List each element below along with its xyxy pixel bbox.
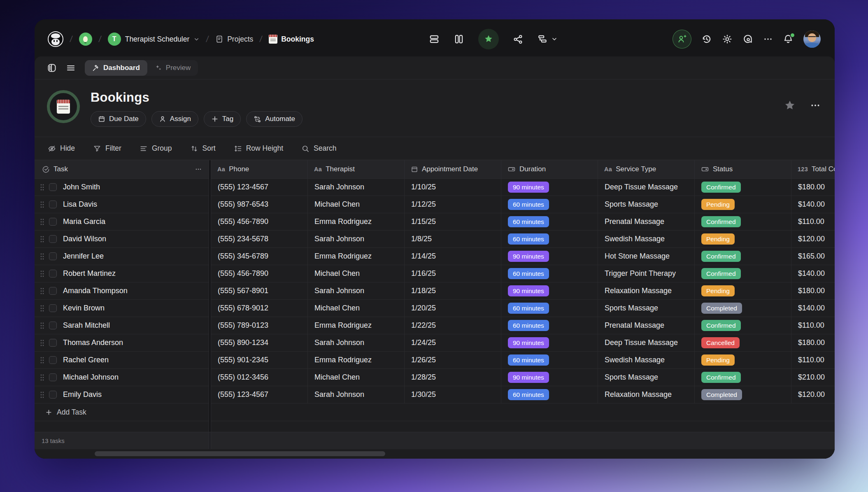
phone-cell[interactable]: (555) 987-6543 [211, 196, 308, 213]
task-cell[interactable]: Rachel Green [35, 352, 209, 369]
task-cell[interactable]: Emily Davis [35, 386, 209, 403]
service-type-cell[interactable]: Prenatal Massage [598, 213, 695, 231]
appointment-date-cell[interactable]: 1/10/25 [405, 179, 501, 196]
duration-badge[interactable]: 90 minutes [508, 182, 549, 193]
breadcrumb-projects[interactable]: Projects [215, 35, 253, 44]
automate-button[interactable]: Automate [246, 111, 303, 127]
duration-badge[interactable]: 60 minutes [508, 268, 549, 279]
total-cost-cell[interactable]: $140.00 [791, 196, 835, 213]
total-cost-cell[interactable]: $110.00 [791, 352, 835, 369]
duration-cell[interactable]: 60 minutes [501, 300, 598, 317]
status-badge[interactable]: Pending [701, 285, 735, 296]
phone-cell[interactable]: (555) 789-0123 [211, 317, 308, 334]
drag-handle-icon[interactable] [40, 236, 45, 243]
duration-cell[interactable]: 60 minutes [501, 213, 598, 231]
duration-badge[interactable]: 90 minutes [508, 337, 549, 348]
kanban-view-icon[interactable] [454, 34, 464, 44]
drag-handle-icon[interactable] [40, 391, 45, 399]
status-cell[interactable]: Confirmed [695, 317, 791, 334]
sidebar-toggle-icon[interactable] [47, 63, 57, 73]
history-icon[interactable] [701, 34, 712, 44]
therapist-cell[interactable]: Michael Chen [308, 369, 405, 386]
task-cell[interactable]: Robert Martinez [35, 265, 209, 282]
phone-cell[interactable]: (555) 901-2345 [211, 352, 308, 369]
status-badge[interactable]: Confirmed [701, 216, 741, 227]
user-avatar[interactable] [803, 30, 821, 48]
drag-handle-icon[interactable] [40, 357, 45, 364]
gear-icon[interactable] [722, 34, 733, 44]
column-header-duration[interactable]: Duration [501, 160, 598, 179]
service-type-cell[interactable]: Swedish Massage [598, 352, 695, 369]
task-cell[interactable]: Michael Johnson [35, 369, 209, 386]
service-type-cell[interactable]: Trigger Point Therapy [598, 265, 695, 282]
task-cell[interactable]: Jennifer Lee [35, 248, 209, 265]
duration-cell[interactable]: 90 minutes [501, 369, 598, 386]
drag-handle-icon[interactable] [40, 305, 45, 312]
duration-cell[interactable]: 90 minutes [501, 334, 598, 352]
tab-dashboard[interactable]: Dashboard [85, 60, 147, 76]
appointment-date-cell[interactable]: 1/22/25 [405, 317, 501, 334]
therapist-cell[interactable]: Sarah Johnson [308, 386, 405, 403]
total-cost-cell[interactable]: $140.00 [791, 265, 835, 282]
total-cost-cell[interactable]: $110.00 [791, 317, 835, 334]
status-cell[interactable]: Pending [695, 231, 791, 248]
service-type-cell[interactable]: Relaxation Massage [598, 282, 695, 300]
phone-cell[interactable]: (555) 890-1234 [211, 334, 308, 352]
row-checkbox[interactable] [49, 373, 57, 381]
page-icon[interactable] [47, 90, 80, 123]
filter-button[interactable]: Filter [93, 144, 121, 153]
column-header-appointment-date[interactable]: Appointment Date [405, 160, 501, 179]
total-cost-cell[interactable]: $120.00 [791, 231, 835, 248]
total-cost-cell[interactable]: $180.00 [791, 334, 835, 352]
group-button[interactable]: Group [140, 144, 172, 153]
service-type-cell[interactable]: Swedish Massage [598, 231, 695, 248]
workspace-switcher[interactable]: T Therapist Scheduler [108, 33, 200, 46]
status-badge[interactable]: Cancelled [701, 337, 740, 348]
therapist-cell[interactable]: Michael Chen [308, 300, 405, 317]
appointment-date-cell[interactable]: 1/8/25 [405, 231, 501, 248]
more-options-icon[interactable] [763, 34, 773, 44]
duration-badge[interactable]: 60 minutes [508, 354, 549, 366]
chat-search-icon[interactable] [742, 34, 753, 44]
total-cost-cell[interactable]: $120.00 [791, 386, 835, 403]
share-icon[interactable] [513, 34, 523, 44]
status-badge[interactable]: Confirmed [701, 372, 741, 383]
appointment-date-cell[interactable]: 1/18/25 [405, 282, 501, 300]
duration-cell[interactable]: 60 minutes [501, 231, 598, 248]
column-header-task[interactable]: Task [35, 160, 209, 179]
duration-cell[interactable]: 60 minutes [501, 196, 598, 213]
status-badge[interactable]: Pending [701, 199, 735, 210]
service-type-cell[interactable]: Sports Massage [598, 196, 695, 213]
drag-handle-icon[interactable] [40, 339, 45, 347]
phone-cell[interactable]: (555) 012-3456 [211, 369, 308, 386]
duration-cell[interactable]: 60 minutes [501, 265, 598, 282]
row-checkbox[interactable] [49, 252, 57, 260]
favorite-view-button[interactable] [478, 29, 499, 49]
tab-preview[interactable]: Preview [147, 60, 198, 76]
column-header-status[interactable]: Status [695, 160, 791, 179]
status-cell[interactable]: Completed [695, 300, 791, 317]
status-cell[interactable]: Confirmed [695, 179, 791, 196]
duration-cell[interactable]: 90 minutes [501, 179, 598, 196]
total-cost-cell[interactable]: $140.00 [791, 300, 835, 317]
phone-cell[interactable]: (555) 234-5678 [211, 231, 308, 248]
therapist-cell[interactable]: Emma Rodriguez [308, 352, 405, 369]
row-checkbox[interactable] [49, 304, 57, 312]
appointment-date-cell[interactable]: 1/14/25 [405, 248, 501, 265]
drag-handle-icon[interactable] [40, 270, 45, 277]
duration-cell[interactable]: 90 minutes [501, 248, 598, 265]
duration-badge[interactable]: 60 minutes [508, 233, 549, 245]
row-checkbox[interactable] [49, 339, 57, 347]
status-cell[interactable]: Confirmed [695, 248, 791, 265]
service-type-cell[interactable]: Sports Massage [598, 369, 695, 386]
phone-cell[interactable]: (555) 567-8901 [211, 282, 308, 300]
row-checkbox[interactable] [49, 270, 57, 277]
status-cell[interactable]: Confirmed [695, 213, 791, 231]
phone-cell[interactable]: (555) 456-7890 [211, 213, 308, 231]
drag-handle-icon[interactable] [40, 253, 45, 260]
duration-badge[interactable]: 60 minutes [508, 320, 549, 331]
task-cell[interactable]: Maria Garcia [35, 213, 209, 231]
column-options-icon[interactable] [194, 165, 202, 173]
status-badge[interactable]: Completed [701, 303, 742, 314]
duration-cell[interactable]: 60 minutes [501, 352, 598, 369]
